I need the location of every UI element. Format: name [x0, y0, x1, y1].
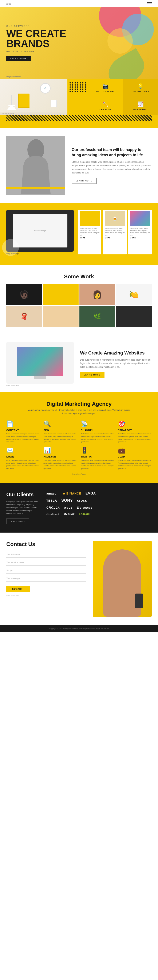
- woman-silhouette-svg: [17, 137, 55, 194]
- footer-copyright: Copyright © 2023 All Rights Reserved | T…: [49, 628, 109, 630]
- marketing-item-analysis: 📊 ANALYSIS Proin libero nunc consequat i…: [44, 447, 78, 470]
- marketing-item-strategy: 🎯 STRATEGY Proin libero nunc consequat i…: [118, 420, 152, 444]
- seo-icon: 🔍: [44, 420, 78, 427]
- work-title: Some Work: [6, 273, 152, 280]
- amazing-cta-button[interactable]: LEARN MORE: [80, 372, 104, 378]
- service-item-photography: 📷 PHOTOGRAPHY: [88, 79, 123, 97]
- amazing-image-credit: Image from Freepik: [6, 385, 74, 386]
- marketing-icon: 📈: [137, 101, 144, 107]
- strategy-title: STRATEGY: [118, 429, 152, 431]
- subject-input[interactable]: [6, 568, 86, 574]
- hero-bg-shapes: [82, 7, 158, 79]
- about-title: Our professional team will be happy to b…: [72, 147, 152, 158]
- clients-logo-row-1: amazon ◆ BINANCE EVGA: [46, 492, 152, 495]
- sample-text-2: Sample text. Click to select the text bo…: [105, 227, 125, 236]
- menu-icon[interactable]: [147, 2, 152, 5]
- about-learn-more-button[interactable]: LEARN MORE: [72, 178, 96, 184]
- form-field-subject: [6, 568, 86, 574]
- channel-text: Proin libero nunc consequat interdum var…: [81, 433, 115, 444]
- work-cell-8: [116, 306, 152, 327]
- client-logo-evga: EVGA: [86, 492, 96, 495]
- marketing-title: Digital Marketing Agency: [6, 401, 152, 407]
- hero-cta-button[interactable]: LEARN MORE: [6, 56, 31, 61]
- design-label: DESIGN IDEAS: [132, 91, 149, 92]
- client-logo-sony: SONY: [61, 498, 73, 503]
- client-logo-crocs: crocs: [77, 499, 87, 503]
- seo-title: SEO: [44, 429, 78, 431]
- lamp-pole: [11, 95, 12, 105]
- monitor-stand: [34, 376, 46, 379]
- traffic-text: Proin libero nunc consequat interdum var…: [81, 459, 115, 470]
- clients-text: Paragraph lorem ipsum dolor sit amet, co…: [6, 500, 40, 515]
- monitor-mockup: [6, 342, 74, 384]
- hero-leaf: [103, 48, 150, 79]
- clients-title: Our Clients: [6, 492, 40, 498]
- menu-line3: [147, 5, 152, 5]
- sample-card-1: Sample text. Click to select the text bo…: [78, 210, 101, 255]
- desk-folder: [19, 94, 29, 107]
- clients-inner: Our Clients Paragraph lorem ipsum dolor …: [6, 492, 152, 524]
- portfolio-laptop-wrapper: mockup Image Image from Freepik: [6, 210, 74, 255]
- amazing-text: Duis aute irure dolor in reprehenderit i…: [80, 358, 152, 369]
- marketing-item-email: ✉️ EMAIL Proin libero nunc consequat int…: [6, 447, 40, 470]
- amazing-image-area: Image from Freepik: [6, 342, 74, 386]
- sample-more-3[interactable]: MORE: [130, 237, 150, 239]
- about-text: Ut tellus elementum sagittis vitae et le…: [72, 160, 152, 175]
- lead-icon: 💼: [118, 447, 152, 454]
- client-logo-android: android: [79, 512, 90, 515]
- sample-text-3: Sample text. Click to select the text bo…: [130, 227, 150, 236]
- client-logo-medium: Medium: [64, 512, 75, 516]
- desk-mug: [51, 100, 57, 107]
- mockup-title: mockup Image: [34, 230, 46, 232]
- content-title: CONTENT: [6, 429, 40, 431]
- strategy-icon: 🎯: [118, 420, 152, 427]
- name-input[interactable]: [6, 552, 86, 558]
- message-input[interactable]: [6, 576, 86, 582]
- services-image-credit: Image from Freepik: [2, 113, 14, 114]
- services-image-area: 🕐 Image from Freepik: [0, 79, 67, 115]
- hero-section: OUR SERVICES WE CREATEBRANDS IMAGE FROM …: [0, 7, 158, 79]
- services-mockup: 🕐: [0, 79, 67, 113]
- contact-title: Contact Us: [6, 541, 86, 547]
- portfolio-laptop: mockup Image: [6, 210, 74, 252]
- channel-title: CHANNEL: [81, 429, 115, 431]
- hero-title: WE CREATEBRANDS: [6, 29, 66, 49]
- content-text: Proin libero nunc consequat interdum var…: [6, 433, 40, 444]
- marketing-item-seo: 🔍 SEO Proin libero nunc consequat interd…: [44, 420, 78, 444]
- client-logo-crolla: CROLLA: [46, 506, 60, 509]
- about-img-background: [6, 136, 65, 195]
- analysis-text: Proin libero nunc consequat interdum var…: [44, 459, 78, 470]
- sample-more-1[interactable]: MORE: [80, 237, 100, 239]
- clients-logos: amazon ◆ BINANCE EVGA TESLA SONY crocs C…: [46, 492, 152, 519]
- submit-button[interactable]: SUBMIT!: [6, 586, 30, 592]
- work-cell-6: [43, 306, 79, 327]
- marketing-label: MARKETING: [133, 108, 148, 111]
- sample-more-2[interactable]: MORE: [105, 237, 125, 239]
- client-logo-bergner: Bergners: [77, 506, 93, 509]
- work-grid: 🧑🏿 👩 🍋 🧣 🌿: [6, 284, 152, 327]
- clients-cta-button[interactable]: LEARN MORE: [6, 519, 29, 524]
- hero-image-credit: Image from Freepik: [6, 76, 21, 78]
- hero-subtitle: OUR SERVICES: [6, 25, 66, 27]
- service-item-design: 💡 DESIGN IDEAS: [123, 79, 158, 97]
- contact-woman-image: [93, 541, 152, 617]
- portfolio-top: mockup Image Image from Freepik Sample t…: [6, 210, 152, 255]
- creative-icon: ✏️: [102, 101, 109, 107]
- lamp-base: [8, 105, 15, 106]
- sample-img-3: [130, 211, 150, 226]
- desk-scene: 🕐: [6, 81, 61, 110]
- laptop-screen: mockup Image: [13, 214, 67, 247]
- menu-line2: [147, 3, 152, 4]
- marketing-item-lead: 💼 LEAD Proin libero nunc consequat inter…: [118, 447, 152, 470]
- content-icon: 📄: [6, 420, 40, 427]
- about-yellow-bar: [6, 187, 65, 189]
- contact-form-area: Contact Us SUBMIT! Image from Freepik: [6, 541, 86, 596]
- contact-image-area: [93, 541, 152, 617]
- marketing-grid: 📄 CONTENT Proin libero nunc consequat in…: [6, 420, 152, 470]
- marketing-item-channel: 📡 CHANNEL Proin libero nunc consequat in…: [81, 420, 115, 444]
- work-cell-4: 🍋: [116, 284, 152, 305]
- design-icon: 💡: [137, 83, 144, 89]
- work-cell-2: [43, 284, 79, 305]
- about-image: [6, 136, 65, 195]
- email-input[interactable]: [6, 560, 86, 566]
